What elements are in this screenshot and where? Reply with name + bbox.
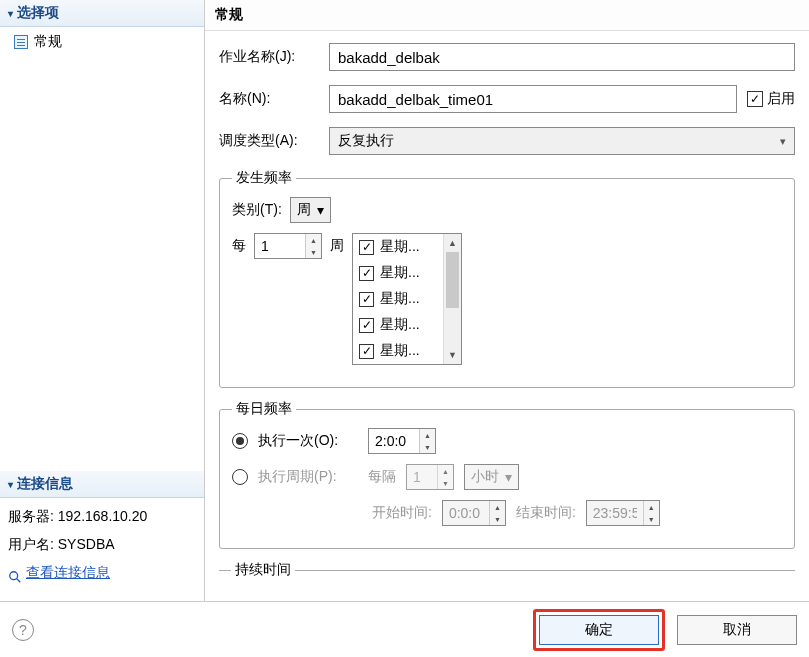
interval-label: 每隔 [368,468,396,486]
content-title: 常规 [205,0,809,31]
weekday-item[interactable]: ✓星期... [353,260,443,286]
footer: ? 确定 取消 [0,601,809,657]
name-label: 名称(N): [219,90,319,108]
help-icon[interactable]: ? [12,619,34,641]
scrollbar[interactable]: ▲ ▼ [443,234,461,364]
chevron-down-icon: ▾ [505,469,512,485]
start-time-label: 开始时间: [372,504,432,522]
execute-period-label: 执行周期(P): [258,468,358,486]
spinner-down-icon: ▼ [644,513,659,525]
weekday-label: 星期... [380,238,420,256]
execute-once-label: 执行一次(O): [258,432,358,450]
spinner-up-icon: ▲ [644,501,659,513]
disclosure-icon: ▾ [8,479,13,490]
sidebar-item-label: 常规 [34,33,62,51]
start-time-spinner: ▲▼ [442,500,506,526]
once-time-spinner[interactable]: ▲▼ [368,428,436,454]
daily-frequency-fieldset: 每日频率 执行一次(O): ▲▼ 执行周期(P): 每隔 ▲▼ [219,400,795,549]
execute-period-radio[interactable] [232,469,248,485]
connection-info: 服务器: 192.168.10.20 用户名: SYSDBA 查看连接信息 [0,498,204,601]
weekday-label: 星期... [380,316,420,334]
server-label: 服务器: [8,508,54,524]
spinner-up-icon: ▲ [438,465,453,477]
interval-unit-value: 小时 [471,468,499,486]
end-time-spinner: ▲▼ [586,500,660,526]
frequency-fieldset: 发生频率 类别(T): 周 ▾ 每 ▲▼ 周 [219,169,795,388]
weekday-label: 星期... [380,264,420,282]
frequency-legend: 发生频率 [232,169,296,187]
execute-once-radio[interactable] [232,433,248,449]
category-value: 周 [297,201,311,219]
every-label: 每 [232,233,246,255]
duration-fieldset: 持续时间 [219,561,795,589]
svg-line-1 [17,579,21,583]
scroll-thumb[interactable] [446,252,459,308]
server-value: 192.168.10.20 [58,508,148,524]
weekday-label: 星期... [380,290,420,308]
spinner-down-icon[interactable]: ▼ [420,441,435,453]
checkbox-icon: ✓ [359,344,374,359]
server-row: 服务器: 192.168.10.20 [8,502,196,530]
end-time-label: 结束时间: [516,504,576,522]
spinner-up-icon[interactable]: ▲ [420,429,435,441]
user-row: 用户名: SYSDBA [8,530,196,558]
ok-button-highlight: 确定 [533,609,665,651]
options-header-label: 选择项 [17,4,59,22]
sidebar-item-general[interactable]: 常规 [0,27,204,57]
user-label: 用户名: [8,536,54,552]
spinner-down-icon: ▼ [490,513,505,525]
enable-checkbox[interactable]: ✓ 启用 [747,90,795,108]
user-value: SYSDBA [58,536,115,552]
weekday-item[interactable]: ✓星期... [353,338,443,364]
checkbox-icon: ✓ [359,240,374,255]
options-header[interactable]: ▾ 选择项 [0,0,204,27]
disclosure-icon: ▾ [8,8,13,19]
interval-unit-combo: 小时 ▾ [464,464,519,490]
view-connection-link[interactable]: 查看连接信息 [8,558,110,586]
once-time-input[interactable] [369,429,419,453]
every-input[interactable] [255,234,305,258]
schedule-type-combo[interactable]: 反复执行 ▾ [329,127,795,155]
every-unit: 周 [330,233,344,255]
duration-legend: 持续时间 [231,561,295,579]
sidebar: ▾ 选择项 常规 ▾ 连接信息 服务器: 192.168.10.20 用户名: … [0,0,205,601]
every-spinner[interactable]: ▲▼ [254,233,322,259]
scroll-up-icon[interactable]: ▲ [444,234,461,252]
spinner-down-icon[interactable]: ▼ [306,246,321,258]
magnifier-icon [8,565,22,579]
checkbox-icon: ✓ [747,91,763,107]
start-time-input [443,501,489,525]
view-connection-label: 查看连接信息 [26,558,110,586]
end-time-input [587,501,643,525]
spinner-down-icon: ▼ [438,477,453,489]
scroll-down-icon[interactable]: ▼ [444,346,461,364]
chevron-down-icon: ▾ [780,135,786,148]
list-icon [14,35,28,49]
name-input[interactable] [329,85,737,113]
connection-header-label: 连接信息 [17,475,73,493]
daily-legend: 每日频率 [232,400,296,418]
weekday-list[interactable]: ✓星期... ✓星期... ✓星期... ✓星期... ✓星期... ▲ ▼ [352,233,462,365]
job-name-input[interactable] [329,43,795,71]
weekday-item[interactable]: ✓星期... [353,234,443,260]
checkbox-icon: ✓ [359,266,374,281]
category-label: 类别(T): [232,201,282,219]
connection-header[interactable]: ▾ 连接信息 [0,471,204,498]
schedule-type-value: 反复执行 [338,132,394,150]
spinner-up-icon[interactable]: ▲ [306,234,321,246]
weekday-label: 星期... [380,342,420,360]
content-panel: 常规 作业名称(J): 名称(N): ✓ 启用 调度类型(A): 反复执行 ▾ [205,0,809,601]
interval-spinner: ▲▼ [406,464,454,490]
cancel-button[interactable]: 取消 [677,615,797,645]
svg-point-0 [10,572,18,580]
interval-input [407,465,437,489]
category-combo[interactable]: 周 ▾ [290,197,331,223]
weekday-item[interactable]: ✓星期... [353,286,443,312]
enable-label: 启用 [767,90,795,108]
checkbox-icon: ✓ [359,292,374,307]
checkbox-icon: ✓ [359,318,374,333]
spinner-up-icon: ▲ [490,501,505,513]
ok-button[interactable]: 确定 [539,615,659,645]
weekday-item[interactable]: ✓星期... [353,312,443,338]
schedule-type-label: 调度类型(A): [219,132,319,150]
